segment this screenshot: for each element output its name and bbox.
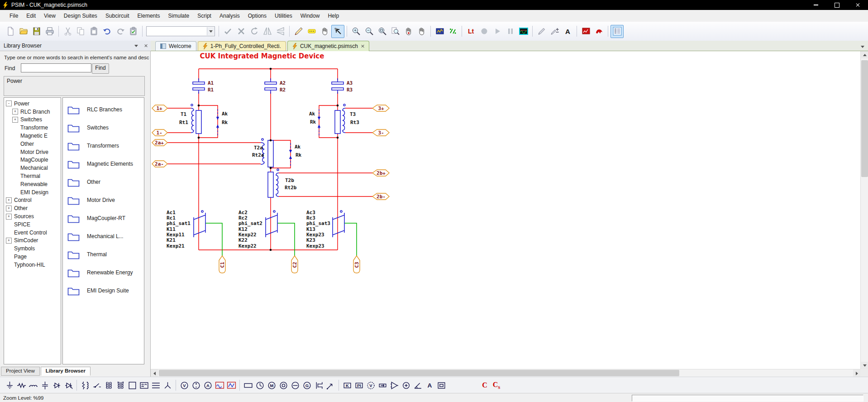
vertical-scrollbar[interactable] [860, 51, 868, 369]
flip-tb-button[interactable] [274, 25, 287, 38]
angle-button[interactable] [412, 379, 424, 391]
three-phase-button[interactable] [150, 379, 162, 391]
tab-list-arrow-icon[interactable] [861, 46, 864, 48]
zoom-area-button[interactable] [376, 25, 389, 38]
coupled-circuit-button[interactable] [138, 379, 150, 391]
tree-item-spice[interactable]: SPICE [4, 220, 61, 229]
port-3-plus[interactable]: 3+ [372, 105, 389, 111]
resistor-button[interactable] [15, 379, 27, 391]
line-thickness-button[interactable]: Lt [464, 25, 477, 38]
menu-item-analysis[interactable]: Analysis [215, 10, 244, 21]
schematic-canvas[interactable]: CUK Integrated Magnetic Device A1 R1 A2 … [151, 51, 859, 368]
stop-simulation-button[interactable] [477, 25, 491, 38]
pi-controller-button[interactable]: PI [353, 379, 365, 391]
capacitor-A1[interactable]: A1 R1 [192, 78, 214, 94]
subcircuit-button[interactable] [433, 25, 446, 38]
menu-item-design-suites[interactable]: Design Suites [60, 10, 101, 21]
machine-rings-button[interactable] [277, 379, 289, 391]
save-button[interactable] [30, 25, 43, 38]
tree-item-transformers[interactable]: Transforme [4, 124, 61, 132]
runtime-graph-button[interactable] [579, 25, 592, 38]
tree-expander[interactable]: + [6, 206, 12, 211]
menu-item-edit[interactable]: Edit [22, 10, 40, 21]
ammeter-button[interactable]: A [202, 379, 214, 391]
horizontal-scroll-thumb[interactable] [159, 370, 679, 376]
discard-button[interactable] [234, 25, 248, 38]
zoom-out-button[interactable] [362, 25, 376, 38]
port-C3[interactable]: C3 [353, 256, 360, 273]
port-2b-minus[interactable]: 2b- [372, 193, 389, 200]
zoom-in-button[interactable] [349, 25, 362, 38]
close-button[interactable] [847, 0, 868, 10]
tree-item-switches[interactable]: +Switches [4, 116, 61, 124]
tab-project-view[interactable]: Project View [1, 367, 40, 376]
menu-item-file[interactable]: File [5, 10, 22, 21]
tree-expander[interactable]: + [6, 214, 12, 220]
gain-button[interactable]: K [341, 379, 353, 391]
scope-button[interactable] [214, 379, 225, 391]
edit-parameters-button[interactable] [535, 25, 548, 38]
scroll-left-icon[interactable] [151, 369, 158, 377]
dock-collapse-icon[interactable] [134, 45, 138, 47]
wire-green[interactable] [205, 223, 357, 258]
rlc-branch-button[interactable] [79, 379, 91, 391]
diode-button[interactable] [51, 379, 62, 391]
new-button[interactable] [4, 25, 17, 38]
tree-item-symbols[interactable]: Symbols [4, 244, 61, 253]
tab-welcome[interactable]: Welcome [155, 41, 196, 51]
block-button[interactable] [126, 379, 138, 391]
tree-item-mechanical[interactable]: Mechanical [4, 164, 61, 172]
minimize-button[interactable] [806, 0, 826, 10]
scope-xy-button[interactable] [225, 379, 237, 391]
combo-arrow-icon[interactable] [207, 27, 215, 35]
pause-simulation-button[interactable] [504, 25, 517, 38]
pan-page-button[interactable] [402, 25, 415, 38]
saturable-core-1[interactable]: Ac1 Rc1 phi_sat1 K11 Kexp11 K21 Kexp21 [167, 210, 205, 249]
cut-button[interactable] [61, 25, 74, 38]
saturable-core-3[interactable]: Ac3 Rc3 phi_sat3 K13 Kexp23 K23 Kexp23 [306, 210, 344, 249]
folder-motor-drive[interactable]: Motor Drive [63, 191, 144, 209]
text-button[interactable]: A [561, 25, 574, 38]
label-button[interactable] [305, 25, 318, 38]
wire-color-button[interactable] [446, 25, 459, 38]
tab-library-browser[interactable]: Library Browser [41, 367, 91, 376]
tree-item-rlc-branches[interactable]: +RLC Branch [4, 108, 61, 116]
voltage-source-button[interactable] [190, 379, 202, 391]
port-1-plus[interactable]: 1+ [152, 105, 167, 111]
capacitor-button[interactable] [39, 379, 51, 391]
voltmeter-button[interactable]: V [178, 379, 190, 391]
folder-magcoupler-rt[interactable]: MagCoupler-RT [63, 209, 144, 227]
winding-T3[interactable]: T3 Rt3 [335, 104, 359, 134]
capacitor-A3[interactable]: A3 R3 [331, 78, 353, 94]
tree-expander[interactable]: + [12, 117, 18, 123]
tree-item-other2[interactable]: +Other [4, 204, 61, 212]
tree-item-other[interactable]: Other [4, 140, 61, 148]
menu-item-subcircuit[interactable]: Subcircuit [101, 10, 134, 21]
folder-mechanical-loads[interactable]: Mechanical L... [63, 227, 144, 245]
folder-rlc-branches[interactable]: RLC Branches [63, 100, 144, 119]
tree-expander[interactable]: + [6, 238, 12, 244]
capacitor-A2[interactable]: A2 R2 [264, 78, 286, 94]
scroll-up-icon[interactable] [861, 51, 868, 58]
undo-button[interactable] [100, 25, 114, 38]
flip-lr-button[interactable] [261, 25, 274, 38]
paste-link-button[interactable] [127, 25, 140, 38]
tree-expander[interactable]: + [12, 109, 18, 115]
zoom-fit-button[interactable] [389, 25, 402, 38]
folder-renewable-energy[interactable]: Renewable Energy [63, 263, 144, 282]
tab-1ph-rectifier[interactable]: 1-Ph_Fully_Controlled_Recti. [198, 41, 286, 51]
edit-attributes-button[interactable] [548, 25, 561, 38]
tree-item-event-control[interactable]: Event Control [4, 229, 61, 237]
tree-expander[interactable]: + [6, 197, 12, 203]
menu-item-simulate[interactable]: Simulate [164, 10, 194, 21]
menu-item-script[interactable]: Script [193, 10, 215, 21]
maximize-button[interactable] [826, 0, 847, 10]
folder-transformers[interactable]: Transformers [63, 137, 144, 155]
paste-button[interactable] [87, 25, 100, 38]
open-button[interactable] [17, 25, 30, 38]
run-simulation-button[interactable] [491, 25, 504, 38]
print-button[interactable] [43, 25, 56, 38]
scroll-right-icon[interactable] [853, 369, 860, 377]
tree-expander[interactable]: - [6, 100, 12, 106]
current-sensor-button[interactable] [377, 379, 388, 391]
